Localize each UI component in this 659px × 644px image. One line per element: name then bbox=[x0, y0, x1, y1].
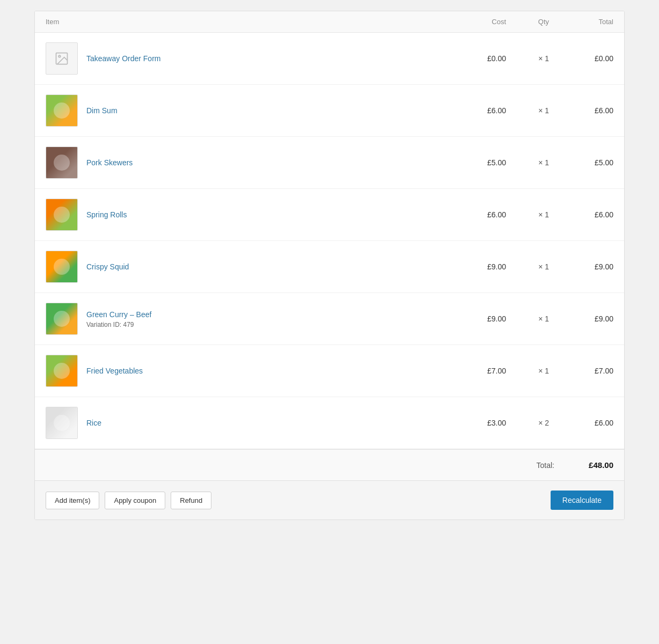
item-info: Green Curry – Beef Variation ID: 479 bbox=[86, 310, 151, 328]
item-thumbnail-squid bbox=[46, 251, 78, 283]
item-total: £9.00 bbox=[549, 314, 613, 323]
item-qty: × 1 bbox=[506, 367, 549, 375]
food-image-spring bbox=[46, 199, 77, 230]
item-link[interactable]: Takeaway Order Form bbox=[86, 54, 160, 63]
item-cell: Green Curry – Beef Variation ID: 479 bbox=[46, 303, 442, 335]
item-info: Crispy Squid bbox=[86, 262, 129, 272]
item-cell: Crispy Squid bbox=[46, 251, 442, 283]
item-meta: Variation ID: 479 bbox=[86, 321, 151, 328]
footer-actions: Add item(s) Apply coupon Refund Recalcul… bbox=[35, 480, 624, 519]
item-cost: £5.00 bbox=[442, 158, 506, 167]
item-cost: £6.00 bbox=[442, 210, 506, 219]
item-thumbnail-spring bbox=[46, 199, 78, 231]
col-header-total: Total bbox=[549, 18, 613, 26]
col-header-cost: Cost bbox=[442, 18, 506, 26]
item-total: £5.00 bbox=[549, 158, 613, 167]
item-thumbnail-rice bbox=[46, 407, 78, 439]
item-info: Fried Vegetables bbox=[86, 366, 143, 376]
item-cost: £6.00 bbox=[442, 106, 506, 115]
footer-left-buttons: Add item(s) Apply coupon Refund bbox=[46, 492, 211, 509]
item-cell: Pork Skewers bbox=[46, 147, 442, 179]
item-qty: × 1 bbox=[506, 262, 549, 271]
totals-label: Total: bbox=[537, 461, 554, 470]
item-cost: £3.00 bbox=[442, 419, 506, 427]
order-table-wrapper: Item Cost Qty Total Takeaway Order Form bbox=[34, 11, 625, 520]
item-info: Spring Rolls bbox=[86, 210, 127, 219]
item-link[interactable]: Crispy Squid bbox=[86, 262, 129, 271]
food-circle-decoration bbox=[54, 311, 70, 327]
food-image-pork bbox=[46, 147, 77, 178]
totals-row: Total: £48.00 bbox=[35, 449, 624, 480]
table-row: Spring Rolls £6.00 × 1 £6.00 bbox=[35, 189, 624, 241]
item-link[interactable]: Rice bbox=[86, 419, 101, 427]
table-row: Rice £3.00 × 2 £6.00 bbox=[35, 397, 624, 449]
item-total: £0.00 bbox=[549, 54, 613, 63]
item-total: £6.00 bbox=[549, 419, 613, 427]
food-circle-decoration bbox=[54, 207, 70, 223]
item-cell: Rice bbox=[46, 407, 442, 439]
item-cell: Dim Sum bbox=[46, 94, 442, 127]
table-row: Crispy Squid £9.00 × 1 £9.00 bbox=[35, 241, 624, 293]
item-cell: Takeaway Order Form bbox=[46, 42, 442, 75]
table-row: Green Curry – Beef Variation ID: 479 £9.… bbox=[35, 293, 624, 345]
item-cost: £9.00 bbox=[442, 262, 506, 271]
food-circle-decoration bbox=[54, 415, 70, 431]
item-thumbnail-veg bbox=[46, 355, 78, 387]
item-cost: £0.00 bbox=[442, 54, 506, 63]
item-link[interactable]: Green Curry – Beef bbox=[86, 310, 151, 319]
table-row: Dim Sum £6.00 × 1 £6.00 bbox=[35, 85, 624, 137]
item-thumbnail-curry bbox=[46, 303, 78, 335]
item-cell: Fried Vegetables bbox=[46, 355, 442, 387]
item-qty: × 1 bbox=[506, 314, 549, 323]
item-thumbnail-dim-sum bbox=[46, 94, 78, 127]
item-link[interactable]: Dim Sum bbox=[86, 106, 118, 115]
item-link[interactable]: Spring Rolls bbox=[86, 210, 127, 219]
item-thumbnail-pork bbox=[46, 147, 78, 179]
add-items-button[interactable]: Add item(s) bbox=[46, 492, 99, 509]
item-thumbnail-placeholder bbox=[46, 42, 78, 75]
item-info: Rice bbox=[86, 418, 101, 428]
food-image-veg bbox=[46, 355, 77, 386]
table-row: Fried Vegetables £7.00 × 1 £7.00 bbox=[35, 345, 624, 397]
image-placeholder-icon bbox=[54, 51, 69, 66]
item-total: £6.00 bbox=[549, 106, 613, 115]
food-circle-decoration bbox=[54, 155, 70, 171]
table-row: Takeaway Order Form £0.00 × 1 £0.00 bbox=[35, 33, 624, 85]
col-header-item: Item bbox=[46, 18, 442, 26]
food-circle-decoration bbox=[54, 363, 70, 379]
item-total: £9.00 bbox=[549, 262, 613, 271]
item-qty: × 2 bbox=[506, 419, 549, 427]
item-link[interactable]: Pork Skewers bbox=[86, 158, 133, 167]
apply-coupon-button[interactable]: Apply coupon bbox=[105, 492, 165, 509]
item-qty: × 1 bbox=[506, 158, 549, 167]
table-header: Item Cost Qty Total bbox=[35, 11, 624, 33]
item-link[interactable]: Fried Vegetables bbox=[86, 367, 143, 375]
food-image-curry bbox=[46, 303, 77, 334]
item-total: £7.00 bbox=[549, 367, 613, 375]
food-image-rice bbox=[46, 407, 77, 438]
refund-button[interactable]: Refund bbox=[171, 492, 211, 509]
item-cost: £7.00 bbox=[442, 367, 506, 375]
item-info: Takeaway Order Form bbox=[86, 54, 160, 63]
food-image-squid bbox=[46, 251, 77, 282]
item-total: £6.00 bbox=[549, 210, 613, 219]
food-circle-decoration bbox=[54, 259, 70, 275]
item-info: Dim Sum bbox=[86, 106, 118, 115]
col-header-qty: Qty bbox=[506, 18, 549, 26]
rows-container: Takeaway Order Form £0.00 × 1 £0.00 Dim … bbox=[35, 33, 624, 449]
food-image-dim-sum bbox=[46, 95, 77, 126]
item-qty: × 1 bbox=[506, 210, 549, 219]
food-circle-decoration bbox=[54, 103, 70, 119]
item-cost: £9.00 bbox=[442, 314, 506, 323]
recalculate-button[interactable]: Recalculate bbox=[551, 491, 613, 510]
item-qty: × 1 bbox=[506, 54, 549, 63]
totals-value: £48.00 bbox=[570, 460, 613, 470]
item-cell: Spring Rolls bbox=[46, 199, 442, 231]
item-qty: × 1 bbox=[506, 106, 549, 115]
item-info: Pork Skewers bbox=[86, 158, 133, 167]
table-row: Pork Skewers £5.00 × 1 £5.00 bbox=[35, 137, 624, 189]
svg-point-1 bbox=[58, 55, 61, 57]
